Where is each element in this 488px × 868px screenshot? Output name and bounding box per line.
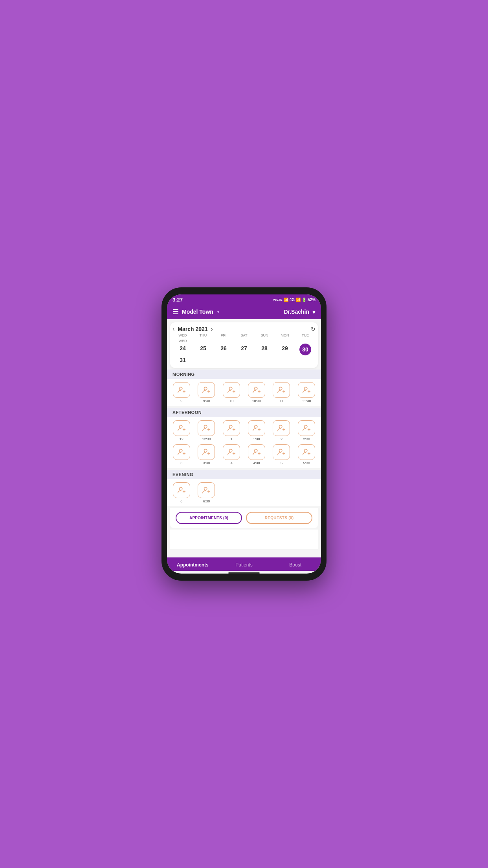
time-slot[interactable]: 5:30: [295, 444, 318, 465]
svg-point-39: [204, 449, 207, 452]
slot-time: 4:30: [253, 461, 260, 465]
slot-icon: [173, 382, 190, 398]
time-slot[interactable]: 11: [270, 382, 293, 403]
time-slot[interactable]: 1: [220, 420, 243, 441]
slot-icon: [248, 382, 265, 398]
time-slot[interactable]: 4: [220, 444, 243, 465]
slot-icon: [223, 420, 240, 436]
svg-point-15: [305, 387, 307, 390]
time-slot[interactable]: 6: [170, 482, 193, 503]
calendar-nav: ‹ March 2021 › ↻: [172, 326, 316, 333]
slot-time: 9:30: [203, 399, 210, 403]
svg-point-27: [254, 425, 257, 428]
network-label: 4G: [290, 298, 295, 302]
time-slot[interactable]: 12:30: [195, 420, 218, 441]
slot-time: 12:30: [202, 437, 211, 441]
svg-point-0: [179, 387, 182, 390]
time-slot[interactable]: 9:30: [195, 382, 218, 403]
time-slot[interactable]: 3: [170, 444, 193, 465]
week-date[interactable]: 29: [275, 344, 295, 355]
wifi-icon: 📶: [284, 298, 288, 302]
content-scroll[interactable]: MORNING 9 9:30 10 10:30: [167, 370, 321, 557]
time-slot[interactable]: 2: [270, 420, 293, 441]
time-slot[interactable]: 3:30: [195, 444, 218, 465]
slot-time: 11: [279, 399, 283, 403]
time-slot[interactable]: 2:30: [295, 420, 318, 441]
afternoon-slots-2: 3 3:30 4 4:30 5: [167, 444, 321, 468]
location-label: Model Town: [182, 309, 213, 315]
time-slot[interactable]: 12: [170, 420, 193, 441]
week-date[interactable]: 24: [172, 344, 193, 355]
nav-boost[interactable]: Boost: [270, 561, 321, 568]
phone-frame: 3:27 VoLTE 📶 4G 📶 🔋 52% ☰ Model Town ▾ D…: [161, 287, 327, 581]
refresh-button[interactable]: ↻: [311, 326, 316, 332]
week-dates[interactable]: 2425262728293031: [172, 344, 316, 365]
time-slot[interactable]: 1:30: [245, 420, 268, 441]
time-slot[interactable]: 9: [170, 382, 193, 403]
week-date[interactable]: 27: [234, 344, 254, 355]
slot-icon: [223, 382, 240, 398]
evening-slots: 6 6:30: [167, 479, 321, 506]
time-slot[interactable]: 4:30: [245, 444, 268, 465]
next-month-button[interactable]: ›: [211, 326, 213, 333]
slot-time: 10:30: [252, 399, 261, 403]
week-date[interactable]: 26: [213, 344, 234, 355]
time-slot[interactable]: 5: [270, 444, 293, 465]
slot-icon: [298, 420, 315, 436]
week-day-label: MON: [275, 333, 295, 338]
battery-icon: 🔋: [302, 298, 306, 302]
slot-icon: [273, 382, 290, 398]
menu-icon[interactable]: ☰: [172, 307, 179, 316]
slot-time: 1: [231, 437, 233, 441]
week-date[interactable]: 31: [172, 355, 193, 365]
slot-icon: [173, 420, 190, 436]
location-dropdown-arrow[interactable]: ▾: [217, 310, 219, 314]
doctor-dropdown-arrow[interactable]: ▾: [312, 308, 316, 316]
slot-icon: [248, 420, 265, 436]
requests-button[interactable]: REQUESTS (0): [246, 512, 312, 524]
svg-point-45: [254, 449, 257, 452]
week-day-label: SUN: [254, 333, 275, 338]
week-date[interactable]: 30: [299, 344, 311, 355]
prev-month-button[interactable]: ‹: [172, 326, 174, 333]
svg-point-48: [279, 449, 282, 452]
slot-time: 1:30: [253, 437, 260, 441]
status-time: 3:27: [172, 297, 183, 303]
time-slot[interactable]: 10: [220, 382, 243, 403]
slot-icon: [173, 444, 190, 460]
svg-point-36: [179, 449, 182, 452]
slot-time: 5:30: [303, 461, 310, 465]
svg-point-30: [279, 425, 282, 428]
empty-content: [170, 530, 318, 549]
time-slot[interactable]: 10:30: [245, 382, 268, 403]
slot-icon: [223, 444, 240, 460]
svg-point-3: [204, 387, 207, 390]
nav-appointments[interactable]: Appointments: [167, 561, 218, 568]
week-day-label: FRI: [213, 333, 234, 338]
time-slot[interactable]: 6:30: [195, 482, 218, 503]
week-day-label: WED: [172, 333, 193, 338]
slot-icon: [198, 382, 215, 398]
svg-point-18: [179, 425, 182, 428]
morning-slots: 9 9:30 10 10:30 11: [167, 379, 321, 406]
slot-icon: [298, 444, 315, 460]
doctor-name: Dr.Sachin: [284, 309, 309, 315]
nav-patients[interactable]: Patients: [218, 561, 270, 568]
evening-section: EVENING 6 6:30: [167, 470, 321, 506]
slot-time: 3:30: [203, 461, 210, 465]
time-slot[interactable]: 11:30: [295, 382, 318, 403]
svg-point-9: [254, 387, 257, 390]
week-day-label: TUE: [295, 333, 316, 338]
slot-time: 4: [231, 461, 233, 465]
slot-icon: [298, 382, 315, 398]
afternoon-slots-1: 12 12:30 1 1:30 2: [167, 417, 321, 444]
svg-point-21: [204, 425, 207, 428]
calendar-title: March 2021: [178, 326, 207, 332]
week-date[interactable]: 25: [193, 344, 213, 355]
slot-time: 9: [180, 399, 182, 403]
appointments-button[interactable]: APPOINTMENTS (0): [176, 512, 242, 524]
lte-icon: VoLTE: [273, 298, 282, 302]
week-date[interactable]: 28: [254, 344, 275, 355]
slot-time: 10: [229, 399, 233, 403]
status-right: VoLTE 📶 4G 📶 🔋 52%: [273, 298, 316, 302]
